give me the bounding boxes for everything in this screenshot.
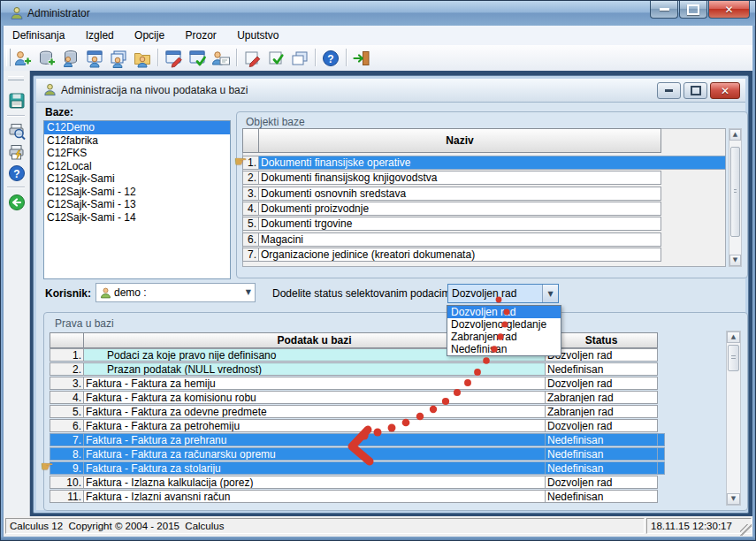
svg-text:?: ? [13, 167, 19, 179]
prava-data-cell[interactable]: Faktura - Faktura za prehranu [83, 433, 546, 446]
korisnik-user-icon [99, 286, 112, 300]
confirm-document-button[interactable] [265, 48, 286, 68]
menu-opcije[interactable]: Opcije [126, 26, 173, 45]
baze-item[interactable]: C12FKS [44, 147, 230, 160]
dropdown-option[interactable]: Zabranjen rad [447, 331, 561, 343]
save-button[interactable] [6, 90, 27, 110]
prava-status-cell[interactable]: Nedefinisan [545, 461, 658, 475]
menu-uputstvo[interactable]: Uputstvo [228, 26, 287, 45]
baze-listbox[interactable]: C12Demo C12fabrika C12FKS C12Local C12Sa… [43, 120, 231, 279]
scroll-down-icon[interactable]: ▼ [727, 493, 740, 505]
prava-status-cell[interactable]: Nedefinisan [545, 447, 658, 461]
chevron-down-icon[interactable]: ▼ [542, 285, 558, 302]
prava-data-cell[interactable]: Faktura - Faktura za stolariju [83, 461, 546, 475]
objekti-column-header[interactable]: Naziv [258, 128, 661, 153]
objekti-name-cell[interactable]: Dokumenti trgovine [258, 217, 661, 231]
prava-data-cell[interactable]: Faktura - Faktura za komisionu robu [83, 391, 546, 404]
prava-status-cell[interactable]: Nedefinisan [545, 490, 658, 503]
copy-window-button[interactable] [289, 48, 310, 68]
menu-definisanja[interactable]: Definisanja [4, 26, 73, 45]
desktop-user-button[interactable] [84, 48, 105, 68]
minimize-button[interactable] [650, 1, 678, 19]
prava-status-cell[interactable]: Zabranjen rad [545, 391, 658, 404]
assign-combobox[interactable]: Dozvoljen rad ▼ [447, 284, 559, 303]
baze-item[interactable]: C12Sajk-Sami - 13 [44, 198, 230, 211]
baze-item[interactable]: C12Sajk-Sami - 14 [44, 211, 230, 225]
add-database-button[interactable] [36, 48, 57, 68]
prava-status-cell[interactable]: Dozvoljen rad [545, 476, 658, 489]
scroll-down-icon[interactable]: ▼ [729, 255, 741, 266]
prava-data-cell[interactable]: Prazan podatak (NULL vrednost) [83, 362, 546, 376]
menu-izgled[interactable]: Izgled [77, 26, 123, 45]
prava-data-cell[interactable]: Faktura - Faktura za računarsku opremu [83, 447, 546, 461]
baze-item[interactable]: C12Sajk-Sami - 12 [44, 186, 230, 199]
confirm-window-button[interactable] [187, 48, 208, 68]
scrollbar-thumb[interactable] [728, 345, 739, 371]
toolbar-drag-handle[interactable] [6, 49, 11, 66]
objekti-name-cell[interactable]: Organizacione jedinice (kreatori dokumen… [258, 248, 661, 262]
prava-scrollbar[interactable]: ▲ ▼ [726, 331, 741, 506]
row-number: 4. [242, 202, 259, 216]
resize-grip-icon[interactable] [740, 524, 752, 536]
database-user-button[interactable] [60, 48, 81, 68]
windows-user-button[interactable] [108, 48, 129, 68]
scrollbar-thumb[interactable] [730, 147, 740, 237]
child-title-bar[interactable]: Administracija na nivou podataka u bazi … [36, 79, 745, 103]
baze-item[interactable]: C12Sajk-Sami [44, 172, 230, 186]
prava-status-header[interactable]: Status [545, 332, 658, 348]
row-number: 9. [50, 461, 84, 475]
dropdown-option[interactable]: Dozvoljeno gledanje [447, 318, 561, 331]
baze-item[interactable]: C12fabrika [44, 134, 230, 148]
back-button[interactable] [6, 192, 27, 212]
baze-item[interactable]: C12Local [44, 160, 230, 173]
exit-button[interactable] [351, 48, 372, 68]
child-close-button[interactable]: ✕ [710, 82, 740, 99]
side-help-button[interactable]: ? [6, 163, 27, 183]
scroll-up-icon[interactable]: ▲ [727, 331, 740, 343]
baze-item[interactable]: C12Demo [44, 121, 230, 134]
title-bar[interactable]: Administrator ✕ [1, 1, 755, 27]
help-button[interactable]: ? [320, 48, 341, 68]
objekti-name-cell[interactable]: Dokumenti finansijske operative [258, 156, 726, 170]
dropdown-option[interactable]: Dozvoljen rad [447, 306, 561, 318]
dropdown-option[interactable]: Nedefinisan [447, 343, 561, 355]
print-preview-button[interactable] [6, 120, 27, 141]
objekti-corner-header[interactable] [242, 128, 259, 153]
row-number: 6. [50, 419, 84, 432]
print-button[interactable] [6, 141, 27, 162]
objekti-name-cell[interactable]: Dokumenti osnovnih sredstava [258, 187, 661, 201]
prava-data-cell[interactable]: Faktura - Izlazna kalkulacija (porez) [83, 476, 546, 489]
row-number: 5. [50, 405, 84, 418]
prava-corner-header[interactable] [50, 332, 84, 348]
prava-status-cell[interactable]: Nedefinisan [545, 433, 658, 446]
side-toolbar-drag-handle[interactable] [8, 76, 24, 80]
prava-data-cell[interactable]: Faktura - Izlazni avansni račun [83, 490, 546, 503]
objekti-name-cell[interactable]: Dokumenti proizvodnje [258, 202, 661, 216]
chevron-down-icon[interactable]: ▼ [246, 288, 251, 296]
prava-status-cell[interactable]: Nedefinisan [545, 362, 658, 376]
prava-status-cell[interactable]: Dozvoljen rad [545, 419, 658, 432]
edit-window-button[interactable] [163, 48, 184, 68]
user-card-button[interactable] [210, 48, 232, 68]
objekti-name-cell[interactable]: Dokumenti finansijskog knjigovodstva [258, 171, 661, 185]
edit-document-button[interactable] [241, 48, 263, 68]
objekti-name-cell[interactable]: Magacini [258, 232, 661, 247]
windows-user-icon [109, 49, 128, 68]
maximize-button[interactable] [679, 1, 707, 19]
prava-data-cell[interactable]: Faktura - Faktura za hemiju [83, 377, 546, 390]
scroll-up-icon[interactable]: ▲ [729, 129, 741, 141]
close-button[interactable]: ✕ [708, 1, 750, 19]
prava-status-cell[interactable]: Dozvoljen rad [545, 348, 658, 362]
child-restore-button[interactable] [683, 82, 707, 99]
row-number: 7. [242, 248, 259, 262]
prava-data-cell[interactable]: Faktura - Faktura za petrohemiju [83, 419, 546, 432]
child-minimize-button[interactable] [657, 82, 681, 99]
folder-user-button[interactable] [132, 48, 153, 68]
objekti-scrollbar[interactable]: ▲ ▼ [729, 128, 742, 267]
menu-prozor[interactable]: Prozor [176, 26, 225, 45]
add-user-button[interactable] [12, 48, 34, 68]
prava-status-cell[interactable]: Dozvoljen rad [545, 377, 658, 390]
prava-status-cell[interactable]: Zabranjen rad [545, 405, 658, 418]
korisnik-combobox[interactable]: demo : ▼ [95, 283, 256, 302]
prava-data-cell[interactable]: Faktura - Faktura za odevne predmete [83, 405, 546, 418]
